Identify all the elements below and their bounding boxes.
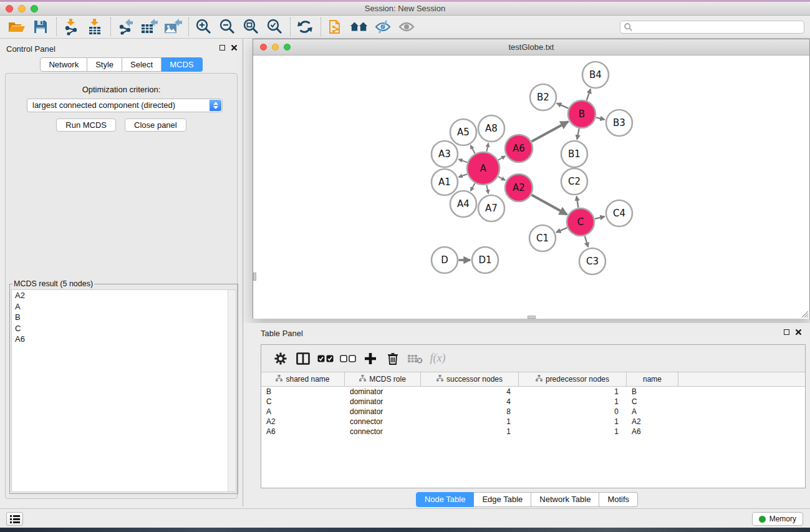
edge-A2-C[interactable] xyxy=(532,195,567,214)
edge-B-B3[interactable] xyxy=(596,117,605,119)
zoom-selected-icon[interactable] xyxy=(265,18,284,36)
table-row[interactable]: Adominator80A xyxy=(261,407,805,417)
add-column-icon[interactable] xyxy=(359,351,382,367)
node-label-B: B xyxy=(579,109,585,120)
close-panel-button[interactable]: Close panel xyxy=(125,118,186,132)
tab-network-table[interactable]: Network Table xyxy=(531,492,599,507)
table-cell: 4 xyxy=(421,387,519,397)
result-list-item[interactable]: A2 xyxy=(12,290,236,301)
result-list-item[interactable]: A xyxy=(12,301,236,312)
export-network-icon[interactable] xyxy=(116,18,135,36)
home-overview-icon[interactable] xyxy=(350,18,369,36)
tab-network[interactable]: Network xyxy=(40,57,87,72)
table-row[interactable]: A2connector11A2 xyxy=(261,417,805,427)
memory-button[interactable]: Memory xyxy=(752,512,803,526)
column-type-icon xyxy=(359,375,366,384)
table-cell: 1 xyxy=(519,417,627,427)
column-header-successor-nodes[interactable]: successor nodes xyxy=(421,372,519,386)
column-header-name[interactable]: name xyxy=(627,372,678,386)
delete-column-icon[interactable] xyxy=(382,351,404,367)
zoom-in-icon[interactable] xyxy=(194,18,213,36)
table-cell: C xyxy=(261,397,345,407)
desktop-wallpaper-bottom xyxy=(0,528,810,532)
tab-edge-table[interactable]: Edge Table xyxy=(474,492,531,507)
float-panel-icon[interactable] xyxy=(219,45,225,51)
minimize-network-window-button[interactable] xyxy=(272,44,279,51)
network-canvas[interactable]: B4B2BB3B1A5A8A6A3AA1C2A2A4A7C4CC1C3DD1 xyxy=(253,56,809,319)
node-label-A1: A1 xyxy=(438,177,451,188)
close-panel-icon[interactable] xyxy=(231,44,238,51)
hide-details-icon[interactable] xyxy=(374,18,392,36)
close-window-button[interactable] xyxy=(6,5,13,12)
show-details-icon[interactable] xyxy=(397,18,416,36)
table-row[interactable]: Cdominator41C xyxy=(261,397,805,407)
result-list-item[interactable]: A6 xyxy=(12,334,236,345)
delete-table-disabled-icon xyxy=(404,351,427,367)
table-row[interactable]: A6connector11A6 xyxy=(261,427,805,437)
edge-A6-B[interactable] xyxy=(532,122,568,142)
close-network-window-button[interactable] xyxy=(260,44,267,51)
edge-A-A1[interactable] xyxy=(459,174,467,177)
edge-B-B2[interactable] xyxy=(557,104,568,109)
optimization-criterion-select[interactable]: largest connected component (directed) xyxy=(27,99,223,112)
node-label-C: C xyxy=(577,216,584,228)
table-settings-icon[interactable] xyxy=(269,351,292,367)
table-row[interactable]: Bdominator41B xyxy=(261,387,805,397)
edge-B-B4[interactable] xyxy=(587,89,591,100)
split-columns-icon[interactable] xyxy=(292,351,314,367)
tab-mcds[interactable]: MCDS xyxy=(162,57,202,72)
select-all-checked-icon[interactable] xyxy=(314,351,337,367)
tab-style[interactable]: Style xyxy=(87,57,122,72)
edge-A-A6[interactable] xyxy=(498,156,505,160)
column-type-icon xyxy=(276,375,282,384)
run-mcds-button[interactable]: Run MCDS xyxy=(56,118,116,132)
edge-A-A7[interactable] xyxy=(486,185,488,194)
result-list-item[interactable]: B xyxy=(12,312,236,323)
open-session-icon[interactable] xyxy=(7,18,26,36)
tab-select[interactable]: Select xyxy=(122,57,162,72)
column-header-predecessor-nodes[interactable]: predecessor nodes xyxy=(519,372,627,386)
control-panel-title: Control Panel xyxy=(6,44,55,54)
edge-A-A8[interactable] xyxy=(486,143,488,152)
minimize-window-button[interactable] xyxy=(18,5,26,12)
edge-C-C2[interactable] xyxy=(577,196,579,208)
network-window-title: testGlobe.txt xyxy=(253,39,809,55)
save-session-icon[interactable] xyxy=(31,18,50,36)
window-resize-grip[interactable] xyxy=(801,310,809,318)
close-table-panel-icon[interactable] xyxy=(795,329,802,336)
node-label-A6: A6 xyxy=(513,143,525,154)
float-table-panel-icon[interactable] xyxy=(784,329,789,335)
table-cell: 1 xyxy=(421,417,519,427)
edge-C-C3[interactable] xyxy=(585,236,588,247)
edge-C-C1[interactable] xyxy=(556,228,567,232)
zoom-network-window-button[interactable] xyxy=(284,44,291,51)
toolbar-separator xyxy=(321,17,321,36)
export-table-icon[interactable] xyxy=(140,18,158,36)
column-header-label: shared name xyxy=(286,375,329,384)
search-field[interactable] xyxy=(620,21,804,34)
zoom-window-button[interactable] xyxy=(31,5,38,12)
export-image-icon[interactable] xyxy=(163,18,182,36)
edge-A-A2[interactable] xyxy=(498,177,505,180)
canvas-horizontal-scrollbar[interactable] xyxy=(528,316,536,319)
edge-A-A5[interactable] xyxy=(471,145,475,153)
canvas-vertical-scrollbar[interactable] xyxy=(253,273,256,281)
network-document-icon[interactable] xyxy=(326,18,345,36)
edge-B-B1[interactable] xyxy=(577,128,579,139)
result-scrollbar[interactable] xyxy=(228,290,236,491)
tab-motifs[interactable]: Motifs xyxy=(599,492,638,507)
edge-A-A4[interactable] xyxy=(471,183,475,191)
column-header-shared-name[interactable]: shared name xyxy=(261,372,345,386)
task-history-button[interactable] xyxy=(6,512,23,526)
result-list-item[interactable]: C xyxy=(12,323,236,334)
import-table-icon[interactable] xyxy=(85,18,104,36)
zoom-fit-icon[interactable] xyxy=(241,18,260,36)
column-header-MCDS-role[interactable]: MCDS role xyxy=(345,372,421,386)
edge-C-C4[interactable] xyxy=(595,216,605,219)
zoom-out-icon[interactable] xyxy=(218,18,236,36)
tab-node-table[interactable]: Node Table xyxy=(416,492,475,507)
import-network-icon[interactable] xyxy=(62,18,80,36)
refresh-layout-icon[interactable] xyxy=(296,18,314,36)
edge-A-A3[interactable] xyxy=(459,159,468,162)
deselect-all-icon[interactable] xyxy=(337,351,359,367)
